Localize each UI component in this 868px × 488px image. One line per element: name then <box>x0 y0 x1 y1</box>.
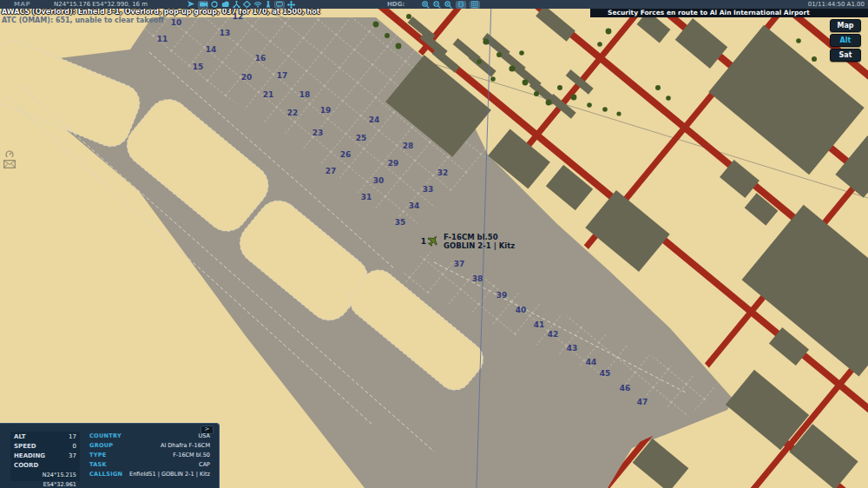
heading-label: HDG: <box>387 0 404 9</box>
parking-spot-number: 23 <box>312 129 324 137</box>
unit-index: 1 <box>421 237 426 246</box>
stat-row-speed: SPEED 0 <box>14 442 76 452</box>
parking-spot-number: 27 <box>326 167 337 175</box>
wifi-icon[interactable] <box>253 1 262 8</box>
parking-spot-number: 14 <box>206 45 217 54</box>
clouds-icon[interactable] <box>220 1 230 8</box>
telemetry-box: ALT 17 SPEED 0 HEADING 37 COORD N24°15.2… <box>10 432 80 481</box>
f10-map-screen: 1011121314151617181920212223242526272829… <box>0 0 868 488</box>
move-icon[interactable] <box>287 1 295 9</box>
parking-spot-number: 35 <box>395 218 406 227</box>
stat-row-heading: HEADING 37 <box>14 452 76 461</box>
event-banner: Security Forces en route to Al Ain Inter… <box>590 9 868 17</box>
parking-spot-number: 16 <box>255 54 266 63</box>
parking-spot-number: 47 <box>637 398 648 406</box>
parking-spot-number: 29 <box>388 159 399 168</box>
parking-spot-number: 15 <box>193 63 204 71</box>
zoom-box-icon[interactable] <box>444 1 452 9</box>
detail-row-callsign: CALLSIGN Enfield51 | GOBLIN 2-1 | Kitz <box>89 470 210 479</box>
parking-spot-number: 33 <box>423 185 434 194</box>
parking-spot-number: 39 <box>496 291 508 300</box>
parking-spot-number: 19 <box>320 106 332 115</box>
mission-clock: 01/11:44:50 A1.00 <box>808 0 865 9</box>
gauge-icon[interactable] <box>4 149 15 157</box>
diamond-icon[interactable] <box>243 1 251 8</box>
layer-button-map[interactable]: Map <box>830 19 861 32</box>
circle-icon[interactable] <box>211 1 218 8</box>
stat-row-coord-value: N24°15.215 E54°32.961 <box>14 471 76 480</box>
zoom-out-icon[interactable] <box>433 1 441 9</box>
parking-spot-number: 32 <box>437 168 449 177</box>
parking-spot-number: 42 <box>548 330 559 339</box>
unit-info-panel: > ALT 17 SPEED 0 HEADING 37 COORD N24°15… <box>0 423 220 488</box>
camera-icon[interactable] <box>198 1 208 9</box>
parking-spot-number: 20 <box>241 73 253 82</box>
parking-spot-number: 24 <box>369 115 380 124</box>
parking-spot-number: 13 <box>220 29 231 37</box>
zoom-in-icon[interactable] <box>422 1 430 9</box>
detail-row-country: COUNTRY USA <box>89 432 210 441</box>
grid-icon[interactable] <box>470 1 480 9</box>
parking-spot-number: 26 <box>340 150 352 159</box>
atc-message: ATC (OMAM): 651, unable to clear takeoff <box>2 16 164 24</box>
parking-spot-number: 31 <box>361 193 372 201</box>
share-icon[interactable] <box>233 1 240 8</box>
parking-spot-number: 37 <box>454 260 465 268</box>
layer-button-sat[interactable]: Sat <box>830 49 861 62</box>
detail-row-task: TASK CAP <box>89 460 210 470</box>
cursor-icon[interactable] <box>187 1 195 8</box>
top-toolbar: MAP N24°15.176 E54°32.990, 16 m <box>0 0 868 9</box>
parking-spot-number: 22 <box>287 109 299 117</box>
cursor-coordinates: N24°15.176 E54°32.990, 16 m <box>54 0 148 9</box>
stat-row-alt: ALT 17 <box>14 432 76 442</box>
parking-spot-number: 30 <box>373 176 385 185</box>
parking-spot-number: 25 <box>356 134 367 142</box>
detail-row-group: GROUP Al Dhafra F-16CM <box>89 441 210 451</box>
parking-spot-number: 10 <box>171 18 182 27</box>
map-canvas[interactable]: 1011121314151617181920212223242526272829… <box>0 0 868 488</box>
detail-row-type: TYPE F-16CM bl.50 <box>89 451 210 460</box>
parking-spot-number: 41 <box>534 320 545 329</box>
parking-spot-number: 45 <box>600 369 611 378</box>
parking-spot-number: 43 <box>567 344 578 353</box>
parking-spot-number: 40 <box>516 306 527 314</box>
chat-icon[interactable] <box>274 1 285 9</box>
message-envelope-icon[interactable] <box>3 160 16 168</box>
parking-spot-number: 44 <box>586 358 597 366</box>
parking-spot-number: 28 <box>403 142 414 150</box>
parking-spot-number: 34 <box>409 201 420 210</box>
map-mode-label: MAP <box>14 0 30 9</box>
parking-spot-number: 21 <box>263 90 274 99</box>
layer-button-alt[interactable]: Alt <box>830 34 861 47</box>
awacs-message: AWACS (Overlord): Enfield 3-1, Overlord,… <box>2 8 320 16</box>
unit-type-label: F-16CM bl.50 <box>444 233 498 241</box>
globe-icon[interactable] <box>456 1 466 9</box>
unit-callsign-label: GOBLIN 2-1 | Kitz <box>444 241 515 250</box>
parking-spot-number: 11 <box>157 35 168 43</box>
layer-switcher: Map Alt Sat <box>830 19 861 62</box>
map-overlay-icons <box>3 149 16 168</box>
unit-details: COUNTRY USA GROUP Al Dhafra F-16CM TYPE … <box>89 432 210 479</box>
parking-spot-number: 18 <box>299 90 311 99</box>
parking-spot-number: 46 <box>620 384 631 392</box>
parking-spot-number: 38 <box>472 274 483 283</box>
beacon-icon[interactable] <box>265 1 272 8</box>
parking-spot-number: 17 <box>277 71 288 80</box>
stat-row-coord: COORD <box>14 461 76 471</box>
